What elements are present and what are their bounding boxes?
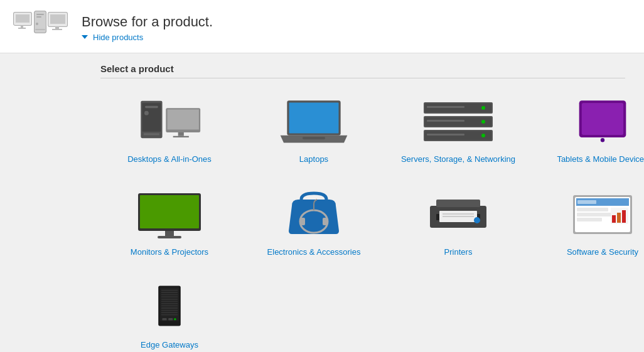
svg-rect-54 xyxy=(443,213,474,215)
desktops-label: Desktops & All-in-Ones xyxy=(127,154,212,165)
svg-rect-56 xyxy=(436,200,480,207)
svg-rect-42 xyxy=(582,104,623,135)
svg-rect-80 xyxy=(161,310,178,311)
svg-rect-26 xyxy=(289,103,339,134)
header: Browse for a product. Hide products xyxy=(0,0,644,53)
svg-rect-14 xyxy=(55,26,59,29)
product-electronics[interactable]: Electronics & Accessories xyxy=(245,184,383,264)
svg-rect-8 xyxy=(36,16,41,18)
svg-rect-15 xyxy=(52,29,62,30)
arrow-down-icon xyxy=(82,35,88,39)
tablet-icon xyxy=(565,97,640,147)
monitor-icon xyxy=(132,190,207,240)
svg-rect-55 xyxy=(443,216,474,217)
svg-rect-20 xyxy=(144,133,159,135)
svg-rect-66 xyxy=(612,215,616,223)
printer-icon xyxy=(421,190,496,240)
svg-point-34 xyxy=(481,120,485,124)
svg-rect-35 xyxy=(427,120,464,122)
svg-point-38 xyxy=(481,134,485,137)
header-text: Browse for a product. Hide products xyxy=(82,14,213,42)
svg-rect-23 xyxy=(178,132,184,136)
svg-rect-62 xyxy=(577,208,608,211)
svg-rect-49 xyxy=(300,218,305,225)
product-laptops[interactable]: Laptops xyxy=(245,91,383,171)
printers-label: Printers xyxy=(444,247,473,258)
computers-logo-icon xyxy=(13,10,69,43)
svg-rect-50 xyxy=(323,218,328,225)
product-servers[interactable]: Servers, Storage, & Networking xyxy=(389,91,527,171)
svg-point-30 xyxy=(481,106,485,110)
product-software[interactable]: Software & Security xyxy=(534,184,644,264)
svg-rect-84 xyxy=(168,318,173,321)
svg-rect-75 xyxy=(161,299,178,300)
svg-rect-22 xyxy=(168,109,199,129)
software-icon xyxy=(565,190,640,240)
svg-rect-31 xyxy=(427,106,464,108)
header-icon xyxy=(13,10,69,45)
svg-rect-81 xyxy=(161,312,178,314)
divider xyxy=(100,78,625,78)
svg-rect-72 xyxy=(161,292,178,294)
svg-rect-64 xyxy=(577,218,602,221)
page-container: Browse for a product. Hide products Sele… xyxy=(0,0,644,352)
svg-rect-71 xyxy=(161,290,178,291)
svg-rect-68 xyxy=(622,210,626,223)
electronics-label: Electronics & Accessories xyxy=(267,247,361,258)
svg-rect-77 xyxy=(161,303,178,304)
svg-rect-7 xyxy=(36,14,44,15)
tablets-label: Tablets & Mobile Devices xyxy=(557,154,644,165)
servers-label: Servers, Storage, & Networking xyxy=(401,154,515,165)
product-desktops[interactable]: Desktops & All-in-Ones xyxy=(100,91,239,171)
server-icon xyxy=(421,97,496,147)
svg-point-9 xyxy=(36,23,38,25)
hide-products-link[interactable]: Hide products xyxy=(82,33,213,42)
desktop-icon xyxy=(132,97,207,147)
svg-rect-79 xyxy=(161,307,178,309)
svg-rect-73 xyxy=(161,294,178,296)
laptops-label: Laptops xyxy=(299,154,328,165)
svg-rect-61 xyxy=(577,200,596,204)
select-product-label: Select a product xyxy=(100,63,625,74)
svg-rect-4 xyxy=(18,28,26,29)
svg-rect-78 xyxy=(161,306,178,307)
software-label: Software & Security xyxy=(567,247,638,258)
svg-rect-74 xyxy=(161,297,178,298)
svg-rect-18 xyxy=(145,106,158,108)
product-edge[interactable]: Edge Gateways xyxy=(100,277,239,352)
svg-rect-45 xyxy=(140,195,199,228)
svg-rect-47 xyxy=(158,236,181,238)
svg-rect-67 xyxy=(617,213,621,223)
svg-rect-82 xyxy=(161,314,178,316)
product-printers[interactable]: Printers xyxy=(389,184,527,264)
laptop-icon xyxy=(276,97,352,147)
content-area: Select a product xyxy=(0,53,644,352)
electronics-icon xyxy=(276,190,352,240)
edge-label: Edge Gateways xyxy=(141,339,198,351)
svg-point-19 xyxy=(144,111,149,115)
svg-rect-76 xyxy=(161,301,178,302)
product-tablets[interactable]: Tablets & Mobile Devices xyxy=(534,91,644,171)
products-grid: Desktops & All-in-Ones Laptops xyxy=(100,91,625,352)
monitors-label: Monitors & Projectors xyxy=(131,247,208,258)
svg-rect-2 xyxy=(16,14,30,23)
svg-rect-3 xyxy=(21,25,23,28)
svg-rect-24 xyxy=(173,136,189,137)
product-monitors[interactable]: Monitors & Projectors xyxy=(100,184,239,264)
svg-point-57 xyxy=(474,217,480,223)
svg-rect-39 xyxy=(427,134,464,136)
page-title: Browse for a product. xyxy=(82,14,213,30)
svg-rect-83 xyxy=(162,318,166,321)
edge-icon xyxy=(132,283,207,333)
svg-point-43 xyxy=(601,138,604,142)
svg-rect-13 xyxy=(50,14,65,24)
svg-rect-27 xyxy=(303,137,325,139)
svg-point-85 xyxy=(174,318,176,321)
svg-rect-10 xyxy=(35,29,45,30)
svg-rect-46 xyxy=(165,231,174,236)
